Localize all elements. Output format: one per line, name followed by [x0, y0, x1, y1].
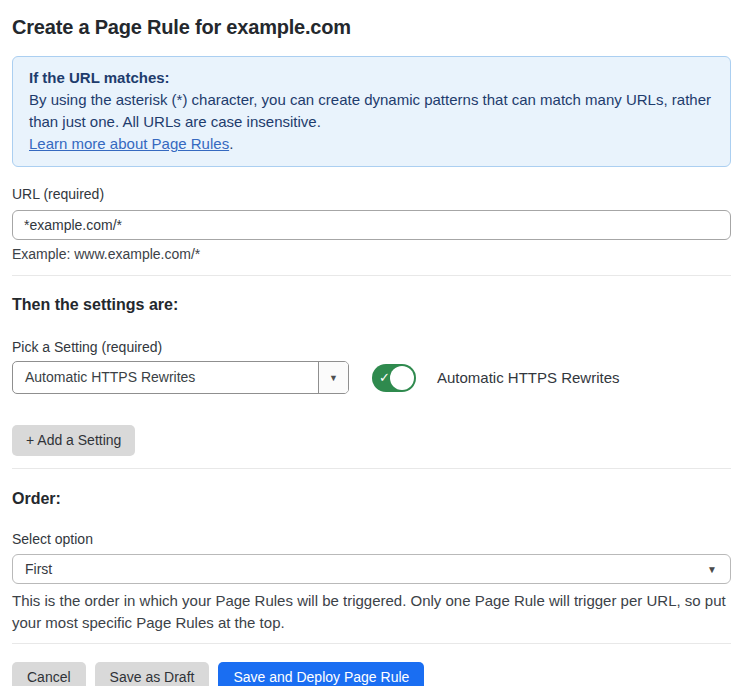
setting-select-value: Automatic HTTPS Rewrites [13, 362, 318, 393]
create-page-rule-panel: Create a Page Rule for example.com If th… [0, 0, 743, 686]
setting-row: Automatic HTTPS Rewrites ▼ ✓ Automatic H… [12, 361, 731, 394]
settings-section-heading: Then the settings are: [12, 295, 731, 315]
toggle-label: Automatic HTTPS Rewrites [437, 369, 620, 386]
order-select-value: First [25, 561, 52, 577]
notice-heading: If the URL matches: [29, 67, 714, 89]
url-helper-text: Example: www.example.com/* [12, 246, 731, 263]
order-select-label: Select option [12, 531, 731, 548]
notice-link-line: Learn more about Page Rules. [29, 133, 714, 155]
chevron-down-icon: ▼ [707, 564, 717, 575]
toggle-knob [390, 366, 414, 390]
notice-body: By using the asterisk (*) character, you… [29, 89, 714, 133]
cancel-button[interactable]: Cancel [12, 662, 86, 686]
url-match-notice: If the URL matches: By using the asteris… [12, 56, 731, 167]
setting-toggle[interactable]: ✓ [372, 364, 416, 392]
footer-actions: Cancel Save as Draft Save and Deploy Pag… [12, 662, 731, 686]
save-as-draft-button[interactable]: Save as Draft [95, 662, 210, 686]
notice-link-suffix: . [229, 135, 233, 152]
setting-picker-label: Pick a Setting (required) [12, 339, 731, 356]
add-setting-button[interactable]: + Add a Setting [12, 425, 135, 456]
chevron-down-icon: ▼ [329, 373, 338, 383]
page-title: Create a Page Rule for example.com [12, 15, 731, 39]
order-helper-text: This is the order in which your Page Rul… [12, 590, 731, 634]
setting-select[interactable]: Automatic HTTPS Rewrites ▼ [12, 361, 349, 394]
url-field-label: URL (required) [12, 186, 731, 203]
url-input[interactable] [12, 210, 731, 240]
setting-select-arrow-button[interactable]: ▼ [318, 362, 348, 393]
check-icon: ✓ [379, 371, 390, 384]
divider [12, 275, 731, 276]
order-select[interactable]: First ▼ [12, 554, 731, 584]
learn-more-link[interactable]: Learn more about Page Rules [29, 135, 229, 152]
divider [12, 468, 731, 469]
order-section-heading: Order: [12, 489, 731, 509]
save-and-deploy-button[interactable]: Save and Deploy Page Rule [218, 662, 424, 686]
divider [12, 643, 731, 644]
